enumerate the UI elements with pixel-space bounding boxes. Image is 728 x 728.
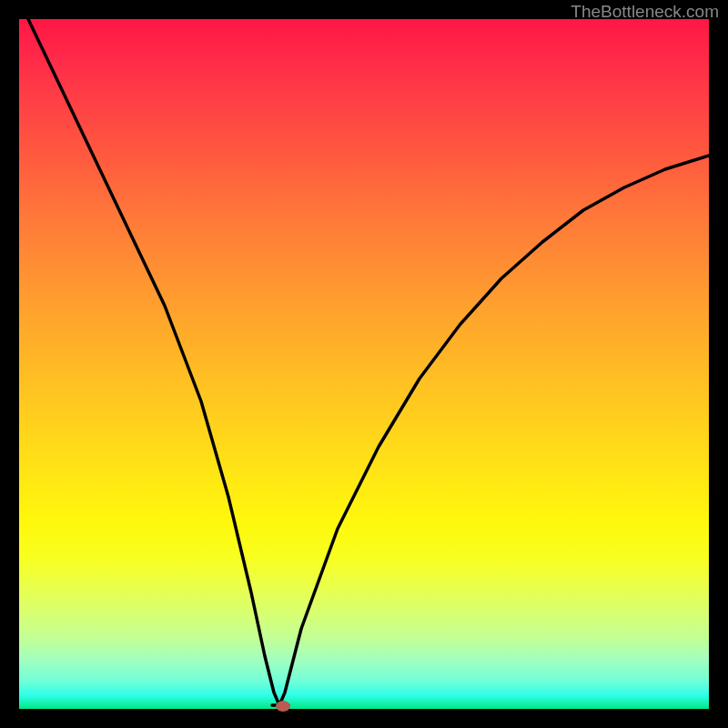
- curve-layer: [19, 19, 709, 709]
- bottleneck-curve: [28, 19, 709, 705]
- watermark-text: TheBottleneck.com: [571, 2, 719, 22]
- optimum-marker: [276, 701, 290, 712]
- chart-frame: TheBottleneck.com: [0, 0, 728, 728]
